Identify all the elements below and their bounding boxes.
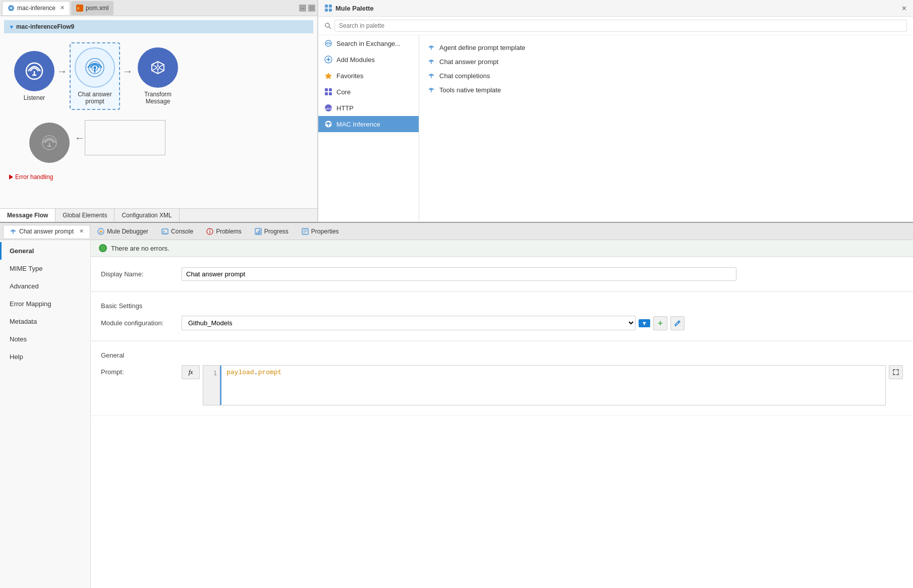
flow-header: ▼ mac-inferenceFlow9 — [4, 20, 313, 33]
chat-answer-circle — [75, 47, 115, 88]
tab-mac-inference[interactable]: mac-inference ✕ — [2, 1, 70, 15]
palette-right-chat-answer[interactable]: Chat answer prompt — [427, 54, 905, 69]
select-arrow-icon: ▼ — [639, 319, 650, 327]
nav-general[interactable]: General — [0, 242, 90, 260]
properties-icon — [302, 228, 309, 235]
module-config-row: Module configuration: Github_Models ▼ + — [101, 312, 903, 334]
bottom-tab-problems[interactable]: Problems — [200, 225, 248, 238]
svg-rect-15 — [325, 5, 328, 8]
palette-right-agent-define[interactable]: Agent define prompt template — [427, 40, 905, 54]
line-number-1: 1 — [203, 369, 220, 378]
tab-close-mac-inference[interactable]: ✕ — [60, 5, 65, 11]
return-circle — [29, 123, 70, 163]
bottom-tab-chat-close[interactable]: ✕ — [79, 228, 84, 234]
palette-http-label: HTTP — [336, 104, 354, 112]
return-node[interactable] — [29, 123, 70, 163]
progress-icon — [255, 228, 262, 235]
status-bar: There are no errors. — [91, 240, 913, 257]
tab-label-pom-xml: pom.xml — [86, 5, 108, 12]
palette-search-row — [318, 17, 913, 35]
module-edit-btn[interactable] — [670, 316, 684, 330]
nav-advanced[interactable]: Advanced — [0, 277, 90, 295]
tab-message-flow[interactable]: Message Flow — [0, 209, 55, 222]
palette-item-search-exchange[interactable]: Search in Exchange... — [318, 35, 419, 51]
nav-help[interactable]: Help — [0, 348, 90, 366]
display-name-section: Display Name: — [91, 257, 913, 291]
code-expand-btn[interactable] — [889, 365, 903, 379]
palette-item-favorites[interactable]: Favorites — [318, 68, 419, 84]
palette-chat-answer-label: Chat answer prompt — [439, 58, 498, 66]
bottom-tab-progress[interactable]: Progress — [249, 225, 295, 238]
tab-global-elements[interactable]: Global Elements — [55, 209, 115, 222]
svg-rect-16 — [329, 5, 332, 8]
svg-point-49 — [100, 230, 102, 232]
display-name-label: Display Name: — [101, 270, 182, 278]
palette-mac-inference-label: MAC Inference — [336, 121, 380, 128]
palette-core-label: Core — [336, 88, 351, 96]
chat-answer-icon — [84, 56, 106, 79]
tab-configuration-xml[interactable]: Configuration XML — [115, 209, 179, 222]
palette-right-tools-native[interactable]: Tools native template — [427, 83, 905, 97]
fx-button[interactable]: fx — [182, 365, 200, 379]
palette-search-exchange-label: Search in Exchange... — [336, 40, 401, 47]
svg-point-19 — [325, 23, 329, 27]
tools-native-icon — [427, 86, 435, 94]
flow-row2: → — [4, 115, 313, 170]
palette-add-modules-label: Add Modules — [336, 56, 375, 64]
svg-point-47 — [98, 229, 100, 230]
chat-answer-node[interactable]: Chat answer prompt — [75, 47, 115, 105]
flow-canvas: ▼ mac-inferenceFlow9 — [0, 16, 317, 208]
module-config-value-wrapper: Github_Models ▼ + — [182, 316, 903, 330]
module-add-btn[interactable]: + — [653, 316, 667, 330]
tab-label-mac-inference: mac-inference — [17, 5, 55, 12]
bottom-tab-console[interactable]: Console — [155, 225, 199, 238]
mac-inference-icon — [324, 120, 332, 128]
svg-line-51 — [163, 230, 164, 232]
palette-search-input[interactable] — [334, 20, 907, 32]
svg-point-9 — [94, 67, 96, 69]
palette-right-chat-completions[interactable]: Chat completions — [427, 69, 905, 83]
module-config-select[interactable]: Github_Models — [182, 316, 636, 330]
chat-answer-node-wrapper[interactable]: Chat answer prompt — [70, 42, 120, 110]
palette-item-core[interactable]: Core — [318, 84, 419, 100]
bottom-tab-chat-answer[interactable]: Chat answer prompt ✕ — [3, 225, 90, 238]
listener-node[interactable]: Listener — [14, 51, 54, 101]
display-name-input[interactable] — [182, 267, 736, 281]
flow-nodes-row: Listener → — [4, 37, 313, 115]
listener-label: Listener — [24, 94, 45, 101]
svg-line-20 — [329, 27, 331, 29]
chat-answer-label: Chat answer prompt — [78, 91, 111, 105]
core-icon — [324, 88, 332, 96]
expand-icon — [893, 369, 899, 375]
palette-chat-completions-label: Chat completions — [439, 72, 490, 80]
bottom-area: Chat answer prompt ✕ Mule Debugger — [0, 222, 913, 588]
palette-item-add-modules[interactable]: Add Modules — [318, 51, 419, 68]
palette-panel: Mule Palette ✕ — [318, 0, 913, 222]
palette-favorites-label: Favorites — [336, 72, 363, 80]
bottom-tab-properties[interactable]: Properties — [296, 225, 345, 238]
nav-mime-type[interactable]: MIME Type — [0, 260, 90, 277]
tab-pom-xml[interactable]: X pom.xml — [71, 1, 113, 15]
nav-metadata[interactable]: Metadata — [0, 313, 90, 330]
bottom-tab-debugger[interactable]: Mule Debugger — [91, 225, 154, 238]
palette-item-mac-inference[interactable]: MAC Inference — [318, 116, 419, 132]
code-property-prompt: prompt — [258, 369, 281, 376]
bottom-tab-chat-label: Chat answer prompt — [19, 228, 74, 235]
palette-item-http[interactable]: HTTP HTTP — [318, 100, 419, 116]
basic-settings-title: Basic Settings — [101, 298, 903, 312]
svg-rect-27 — [325, 88, 328, 91]
error-handling[interactable]: Error handling — [4, 170, 313, 184]
maximize-btn[interactable]: □ — [308, 5, 315, 12]
svg-rect-59 — [258, 231, 259, 234]
code-gutter: 1 — [203, 366, 221, 405]
add-modules-icon — [324, 55, 332, 64]
palette-close-btn[interactable]: ✕ — [901, 5, 907, 12]
nav-notes[interactable]: Notes — [0, 330, 90, 348]
minimize-btn[interactable]: – — [299, 5, 306, 12]
transform-message-node[interactable]: Transform Message — [135, 47, 181, 105]
code-content[interactable]: payload.prompt — [221, 366, 885, 405]
nav-error-mapping[interactable]: Error Mapping — [0, 295, 90, 313]
http-icon: HTTP — [324, 104, 332, 112]
edit-icon — [674, 320, 681, 327]
listener-icon — [24, 61, 44, 81]
